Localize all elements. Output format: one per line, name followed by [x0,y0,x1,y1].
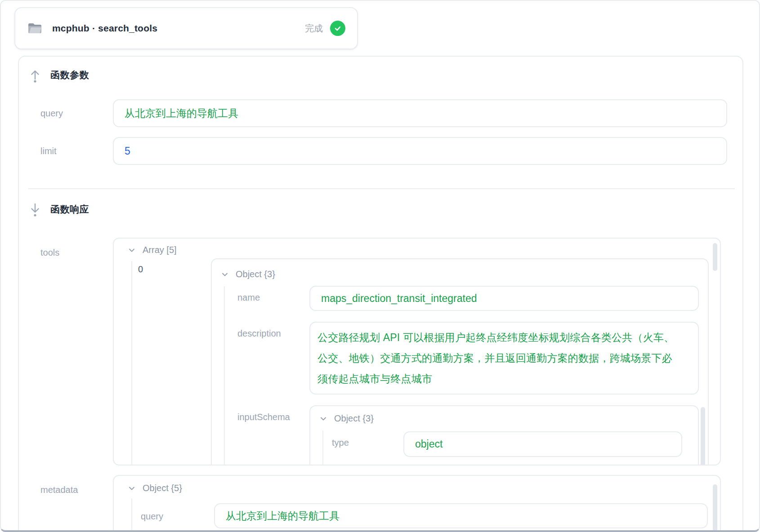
param-query-value: 从北京到上海的导航工具 [113,99,727,127]
chevron-down-icon[interactable] [221,270,229,279]
metadata-object-header: Object {5} [114,476,720,493]
response-row-tools: tools Array [5] 0 [19,238,742,466]
field-row-description: description 公交路径规划 API 可以根据用户起终点经纬度坐标规划综… [212,322,708,395]
chevron-down-icon[interactable] [128,484,136,492]
tool-call-header-card[interactable]: mcphub · search_tools 完成 [14,7,358,49]
response-section-title: 函数响应 [50,203,89,216]
success-check-icon [330,21,345,36]
chevron-down-icon[interactable] [128,246,136,254]
tree-indent-guide [131,261,132,465]
status-label: 完成 [305,22,323,35]
description-value: 公交路径规划 API 可以根据用户起终点经纬度坐标规划综合各类公共（火车、公交、… [309,322,699,395]
object-header-label: Object {3} [236,269,275,279]
field-row-type: type object [310,431,698,457]
response-section-header: 函数响应 [29,202,742,217]
name-label: name [212,286,309,303]
name-value: maps_direction_transit_integrated [309,286,699,311]
metadata-query-label: query [114,503,214,522]
input-schema-label: inputSchema [212,405,309,422]
param-limit-value: 5 [113,137,727,165]
input-schema-object-header: Object {3} [310,406,698,424]
param-limit-label: limit [19,146,113,156]
tool-detail-panel: 函数参数 query 从北京到上海的导航工具 limit 5 函数响应 tool [18,56,743,532]
folder-icon [27,21,43,36]
tool-object-box: Object {3} name maps_direction_transit_i… [211,258,709,466]
metadata-object-box: Object {5} query 从北京到上海的导航工具 [113,475,721,532]
download-arrow-icon [29,202,41,217]
tool-object-header: Object {3} [212,259,708,279]
chevron-down-icon[interactable] [319,415,327,423]
section-divider [28,188,735,189]
tools-scrollbar-thumb[interactable] [713,243,717,271]
tool-title: mcphub · search_tools [52,23,157,34]
type-value: object [403,431,682,457]
param-row-limit: limit 5 [19,137,742,165]
array-header-label: Array [5] [143,245,177,255]
description-label: description [212,322,309,339]
param-query-label: query [19,108,113,119]
tree-indent-guide [224,286,225,466]
array-index-label: 0 [114,255,211,275]
param-row-query: query 从北京到上海的导航工具 [19,99,742,127]
array-item-row: 0 Object {3} [114,255,720,466]
object-header-label: Object {5} [143,483,182,493]
metadata-label: metadata [19,475,113,495]
metadata-scrollbar-thumb[interactable] [713,484,717,532]
tools-array-header: Array [5] [114,239,720,255]
upload-arrow-icon [29,67,41,83]
type-label: type [310,431,403,448]
tree-indent-guide [322,430,323,466]
params-section-title: 函数参数 [50,69,89,81]
tool-call-window: mcphub · search_tools 完成 函数参数 query 从北京到… [0,0,760,532]
tools-label: tools [19,238,113,258]
object-header-label: Object {3} [334,413,374,424]
response-row-metadata: metadata Object {5} query 从北京到上海的导航工具 [19,475,742,532]
field-row-name: name maps_direction_transit_integrated [212,286,708,311]
input-schema-object-box: Object {3} type object [309,405,699,466]
metadata-query-value: 从北京到上海的导航工具 [214,503,708,528]
tree-indent-guide [131,498,132,532]
object-scrollbar-thumb[interactable] [701,407,705,466]
field-row-metadata-query: query 从北京到上海的导航工具 [114,503,720,528]
params-section-header: 函数参数 [29,67,742,83]
field-row-input-schema: inputSchema Object {3} [212,405,708,466]
tools-array-box: Array [5] 0 Object {3} [113,238,721,466]
